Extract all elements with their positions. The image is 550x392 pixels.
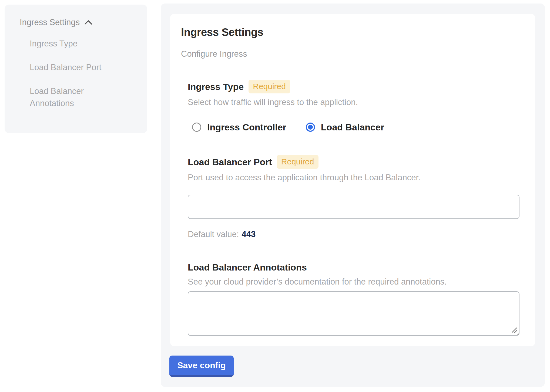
radio-icon-selected[interactable] [306, 123, 315, 132]
chevron-up-icon [84, 19, 93, 25]
settings-sections: Ingress Type Required Select how traffic… [181, 80, 518, 336]
radio-icon[interactable] [192, 123, 201, 132]
load-balancer-annotations-heading: Load Balancer Annotations [188, 262, 307, 273]
load-balancer-port-input[interactable] [188, 195, 519, 219]
radio-option-load-balancer[interactable]: Load Balancer [306, 121, 384, 133]
load-balancer-port-description: Port used to access the application thro… [188, 172, 518, 183]
required-badge: Required [249, 80, 290, 93]
section-heading-row: Load Balancer Annotations [188, 262, 518, 273]
page-title: Ingress Settings [181, 26, 518, 39]
sidebar-section-toggle[interactable]: Ingress Settings [20, 16, 136, 28]
page-subtitle: Configure Ingress [181, 48, 518, 60]
ingress-type-heading: Ingress Type [188, 81, 244, 92]
radio-label: Ingress Controller [207, 121, 286, 133]
default-value: 443 [242, 229, 256, 239]
required-badge: Required [277, 155, 318, 169]
default-value-label: Default value: [188, 229, 239, 239]
load-balancer-annotations-description: See your cloud provider’s documentation … [188, 276, 518, 288]
sidebar-section-label: Ingress Settings [20, 16, 80, 28]
ingress-type-radio-group: Ingress Controller Load Balancer [188, 121, 518, 133]
section-heading-row: Load Balancer Port Required [188, 155, 518, 169]
sidebar-item-ingress-type[interactable]: Ingress Type [30, 38, 119, 50]
ingress-type-description: Select how traffic will ingress to the a… [188, 97, 518, 108]
ingress-settings-card: Ingress Settings Configure Ingress Ingre… [170, 14, 535, 346]
section-heading-row: Ingress Type Required [188, 80, 518, 93]
load-balancer-port-heading: Load Balancer Port [188, 156, 272, 168]
settings-panel: Ingress Settings Configure Ingress Ingre… [161, 4, 545, 387]
sidebar-nav: Ingress Type Load Balancer Port Load Bal… [20, 38, 136, 109]
radio-option-ingress-controller[interactable]: Ingress Controller [192, 121, 286, 133]
load-balancer-annotations-textarea[interactable] [188, 291, 519, 336]
save-config-button[interactable]: Save config [169, 356, 234, 377]
default-value-line: Default value:443 [188, 229, 518, 240]
radio-label: Load Balancer [321, 121, 384, 133]
sidebar-item-load-balancer-annotations[interactable]: Load Balancer Annotations [30, 85, 119, 109]
annotations-textarea-wrap [188, 291, 519, 336]
section-load-balancer-port: Load Balancer Port Required Port used to… [188, 155, 518, 240]
sidebar-item-load-balancer-port[interactable]: Load Balancer Port [30, 61, 119, 73]
settings-sidebar: Ingress Settings Ingress Type Load Balan… [5, 5, 147, 133]
section-ingress-type: Ingress Type Required Select how traffic… [188, 80, 518, 133]
section-load-balancer-annotations: Load Balancer Annotations See your cloud… [188, 262, 518, 336]
